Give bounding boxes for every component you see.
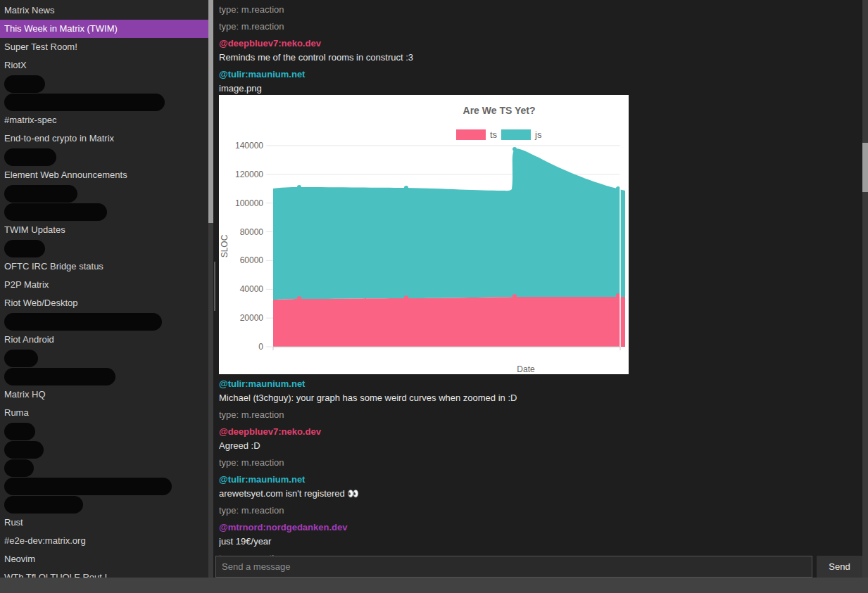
y-tick-label: 20000	[240, 313, 264, 323]
message-sender[interactable]: @tulir:maunium.net	[219, 377, 860, 391]
sidebar-room[interactable]: Neovim	[0, 550, 208, 568]
redacted-room-name	[4, 94, 165, 111]
event-type-text: type: m.reaction	[219, 20, 860, 34]
window-bottom-strip	[0, 578, 868, 593]
event-type-text: type: m.reaction	[219, 504, 860, 518]
sidebar-room[interactable]: #matrix-spec	[0, 111, 208, 129]
sidebar-room-redacted[interactable]	[0, 148, 208, 166]
y-axis-label: SLOC	[220, 234, 229, 257]
event-type-text: type: m.reaction	[219, 456, 860, 470]
redacted-room-name	[4, 350, 38, 367]
sidebar-room[interactable]: Riot Web/Desktop	[0, 294, 208, 312]
room-list: Matrix NewsThis Week in Matrix (TWIM)Sup…	[0, 1, 208, 578]
sidebar-scrollbar-track[interactable]	[208, 0, 213, 578]
message-input[interactable]	[215, 556, 812, 578]
sidebar-room-redacted[interactable]	[0, 422, 208, 440]
sidebar-scrollbar-thumb[interactable]	[208, 0, 213, 223]
sidebar-room-redacted[interactable]	[0, 75, 208, 93]
sidebar-room[interactable]: Element Web Announcements	[0, 166, 208, 184]
redacted-room-name	[4, 313, 162, 331]
sidebar-room-redacted[interactable]	[0, 312, 208, 331]
sidebar-room[interactable]: Riot Android	[0, 331, 208, 349]
sidebar-room[interactable]: Matrix HQ	[0, 385, 208, 404]
sidebar-splitter-handle[interactable]	[214, 262, 215, 311]
send-button[interactable]: Send	[817, 556, 862, 578]
message-sender[interactable]: @deepbluev7:neko.dev	[219, 37, 860, 51]
sidebar-room-redacted[interactable]	[0, 459, 208, 477]
redacted-room-name	[4, 441, 44, 459]
y-tick-label: 120000	[235, 170, 263, 179]
sidebar-room[interactable]: Matrix News	[0, 1, 208, 20]
sidebar-room[interactable]: #e2e-dev:matrix.org	[0, 532, 208, 550]
event-type-text: type: m.reaction	[219, 3, 860, 17]
sidebar-room-redacted[interactable]	[0, 440, 208, 459]
chart-title: Are We TS Yet?	[463, 105, 536, 116]
y-tick-label: 60000	[240, 255, 264, 265]
redacted-room-name	[4, 478, 172, 495]
message-sender[interactable]: @tulir:maunium.net	[219, 473, 860, 487]
y-tick-label: 100000	[235, 198, 263, 208]
sidebar-room-redacted[interactable]	[0, 495, 208, 514]
redacted-room-name	[4, 368, 115, 385]
sidebar-room[interactable]: P2P Matrix	[0, 276, 208, 294]
are-we-ts-yet-chart: 020000400006000080000100000120000140000 …	[219, 95, 629, 374]
sidebar-room[interactable]: TWIM Updates	[0, 221, 208, 239]
message-sender[interactable]: @tulir:maunium.net	[219, 68, 860, 82]
sidebar-room[interactable]: OFTC IRC Bridge status	[0, 257, 208, 276]
message-body: Reminds me of the control rooms in const…	[219, 51, 860, 65]
sidebar-room[interactable]: WTh Tfl Ol TUOl E Rout I	[0, 568, 208, 578]
message-sender[interactable]: @mtrnord:nordgedanken.dev	[219, 521, 860, 535]
sidebar-room-redacted[interactable]	[0, 367, 208, 385]
chart-area-ts	[273, 297, 625, 347]
redacted-room-name	[4, 459, 34, 477]
redacted-room-name	[4, 423, 35, 440]
message-timeline: type: m.reactiontype: m.reaction@deepblu…	[219, 0, 860, 593]
message-body: Agreed :D	[219, 439, 860, 453]
sidebar-room[interactable]: Super Test Room!	[0, 38, 208, 56]
timeline-scrollbar-track[interactable]	[862, 0, 868, 578]
message-body: arewetsyet.com isn't registered 👀	[219, 487, 860, 501]
event-type-text: type: m.reaction	[219, 408, 860, 422]
message-sender[interactable]: @deepbluev7:neko.dev	[219, 425, 860, 439]
sidebar-room-redacted[interactable]	[0, 477, 208, 495]
sidebar-room[interactable]: RiotX	[0, 56, 208, 75]
sidebar-room[interactable]: Ruma	[0, 404, 208, 422]
legend-swatch-js[interactable]	[501, 129, 531, 140]
sidebar-room-redacted[interactable]	[0, 93, 208, 111]
composer-bar: Send	[215, 556, 862, 578]
timeline-scrollbar-thumb[interactable]	[862, 143, 868, 192]
redacted-room-name	[4, 185, 77, 203]
redacted-room-name	[4, 496, 83, 514]
y-tick-label: 40000	[240, 284, 264, 294]
messages-after-image: @tulir:maunium.netMichael (t3chguy): you…	[219, 377, 860, 566]
redacted-room-name	[4, 203, 107, 221]
redacted-room-name	[4, 240, 45, 257]
x-axis-label: Date	[517, 364, 535, 374]
redacted-room-name	[4, 148, 56, 166]
sidebar-room-redacted[interactable]	[0, 239, 208, 257]
room-list-sidebar: Matrix NewsThis Week in Matrix (TWIM)Sup…	[0, 0, 208, 578]
image-attachment-chart[interactable]: 020000400006000080000100000120000140000 …	[219, 95, 629, 374]
y-tick-label: 140000	[235, 141, 263, 151]
y-tick-label: 80000	[240, 227, 264, 237]
sidebar-room-redacted[interactable]	[0, 203, 208, 221]
legend-swatch-ts[interactable]	[456, 129, 486, 140]
chart-area-js	[273, 148, 625, 300]
messages-before-image: type: m.reactiontype: m.reaction@deepblu…	[219, 3, 860, 96]
sidebar-room[interactable]: This Week in Matrix (TWIM)	[0, 20, 208, 38]
message-body: image.png	[219, 82, 860, 96]
y-tick-label: 0	[258, 342, 263, 352]
message-body: just 19€/year	[219, 535, 860, 549]
legend-label-ts[interactable]: ts	[490, 129, 498, 140]
sidebar-room[interactable]: End-to-end crypto in Matrix	[0, 129, 208, 148]
sidebar-room[interactable]: Rust	[0, 514, 208, 532]
legend-label-js[interactable]: js	[534, 129, 542, 140]
message-body: Michael (t3chguy): your graph has some w…	[219, 391, 860, 405]
redacted-room-name	[4, 75, 45, 93]
sidebar-room-redacted[interactable]	[0, 349, 208, 367]
sidebar-room-redacted[interactable]	[0, 184, 208, 203]
